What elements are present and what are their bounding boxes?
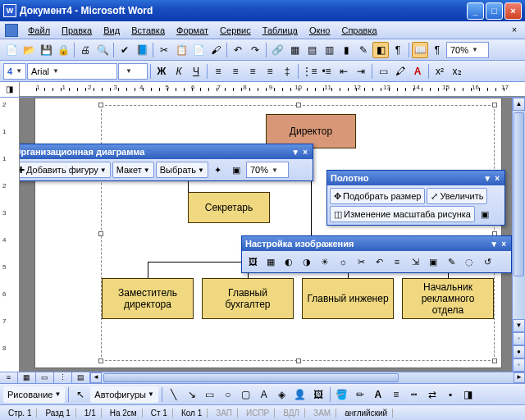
dashstyle-icon[interactable]: ┅ — [406, 386, 422, 403]
underline-button[interactable]: Ч — [188, 63, 204, 80]
crop-icon[interactable]: ✂ — [353, 253, 369, 270]
line-style-icon[interactable]: ≡ — [389, 253, 405, 270]
picture-toolbar[interactable]: Настройка изображения▼× 🖼 ▦ ◐ ◑ ☀ ☼ ✂ ↶ … — [241, 235, 512, 273]
canvas-toolbar[interactable]: Полотно▼× ✥Подобрать размер ⤢Увеличить ◫… — [326, 170, 505, 226]
org-box-secretary[interactable]: Секретарь — [188, 192, 270, 223]
superscript-icon[interactable]: x² — [431, 63, 448, 80]
menu-view[interactable]: Вид — [98, 24, 125, 37]
wordart-icon[interactable]: A — [256, 386, 272, 403]
autoformat-icon[interactable]: ✦ — [210, 162, 226, 178]
fontsize-dropdown[interactable]: ▼ — [118, 63, 148, 80]
layout-button[interactable]: Макет▼ — [112, 162, 154, 178]
redo-icon[interactable]: ↷ — [247, 42, 263, 58]
status-ovr[interactable]: ЗАМ — [308, 409, 336, 418]
outdent-icon[interactable]: ⇤ — [336, 63, 352, 80]
oval-tool-icon[interactable]: ○ — [220, 386, 236, 403]
copy-icon[interactable]: 📋 — [173, 42, 189, 58]
reset-pic-icon[interactable]: ↺ — [479, 253, 495, 270]
status-ext[interactable]: ВДЛ — [278, 409, 305, 418]
print-icon[interactable]: 🖨 — [77, 42, 94, 58]
subscript-icon[interactable]: x₂ — [449, 63, 465, 80]
org-box-deputy[interactable]: Заместитель директора — [102, 278, 194, 319]
rect-tool-icon[interactable]: ▭ — [202, 386, 218, 403]
less-bright-icon[interactable]: ☼ — [335, 253, 351, 270]
org-box-engineer[interactable]: Главный инженер — [302, 278, 394, 319]
maximize-button[interactable]: □ — [486, 2, 503, 20]
drawing-menu[interactable]: Рисование▼ — [3, 386, 65, 403]
horizontal-ruler[interactable]: 11234567891011121314151617 — [20, 82, 525, 97]
bold-button[interactable]: Ж — [153, 63, 170, 80]
columns-icon[interactable]: ▮ — [338, 42, 354, 58]
align-center-icon[interactable]: ≡ — [227, 63, 244, 80]
document-canvas[interactable]: Директор Секретарь Заместитель директора… — [20, 98, 525, 372]
format-painter-icon[interactable]: 🖌 — [208, 42, 224, 58]
insert-pic-icon[interactable]: 🖼 — [244, 253, 261, 270]
spell-icon[interactable]: ✔ — [116, 42, 133, 58]
excel-icon[interactable]: ▥ — [321, 42, 337, 58]
org-box-adhead[interactable]: Начальник рекламного отдела — [402, 278, 494, 319]
canvas-wrap-icon[interactable]: ▣ — [477, 206, 493, 222]
show-para-icon[interactable]: ¶ — [390, 42, 406, 58]
toolbar-options-icon[interactable]: ▼ — [290, 148, 301, 157]
insert-table-icon[interactable]: ▤ — [304, 42, 320, 58]
orgchart-toolbar[interactable]: Организационная диаграмма▼× ✚Добавить фи… — [20, 144, 313, 181]
border-icon[interactable]: ▭ — [375, 63, 391, 80]
new-icon[interactable]: 📄 — [3, 42, 20, 58]
reading-view-icon[interactable]: ▤ — [72, 372, 90, 383]
hyperlink-icon[interactable]: 🔗 — [269, 42, 285, 58]
more-contrast-icon[interactable]: ◐ — [281, 253, 297, 270]
more-bright-icon[interactable]: ☀ — [317, 253, 333, 270]
align-justify-icon[interactable]: ≡ — [262, 63, 278, 80]
horizontal-scrollbar[interactable]: ◄ ► — [90, 372, 525, 383]
research-icon[interactable]: 📘 — [134, 42, 150, 58]
status-rec[interactable]: ЗАП — [211, 409, 238, 418]
zoom-dropdown[interactable]: 70%▼ — [446, 42, 489, 58]
less-contrast-icon[interactable]: ◑ — [299, 253, 315, 270]
outline-view-icon[interactable]: ⋮ — [54, 372, 72, 383]
web-view-icon[interactable]: ▦ — [18, 372, 36, 383]
doc-icon[interactable] — [5, 24, 18, 37]
tables-borders-icon[interactable]: ▦ — [286, 42, 303, 58]
scroll-down-icon[interactable]: ▼ — [513, 319, 525, 332]
status-trk[interactable]: ИСПР — [241, 409, 275, 418]
save-icon[interactable]: 💾 — [38, 42, 54, 58]
align-left-icon[interactable]: ≡ — [210, 63, 226, 80]
arrowstyle-icon[interactable]: ⇄ — [424, 386, 441, 403]
italic-button[interactable]: К — [171, 63, 187, 80]
align-right-icon[interactable]: ≡ — [244, 63, 261, 80]
cut-icon[interactable]: ✂ — [156, 42, 172, 58]
menu-window[interactable]: Окно — [304, 24, 336, 37]
scroll-thumb[interactable] — [514, 112, 524, 276]
browse-object-icon[interactable]: ● — [513, 345, 525, 358]
toolbar-options-icon[interactable]: ▼ — [488, 240, 500, 249]
textwrap-icon[interactable]: ▣ — [228, 162, 244, 178]
doc-close-button[interactable]: × — [509, 25, 520, 36]
menu-insert[interactable]: Вставка — [126, 24, 170, 37]
fontcolor-icon[interactable]: A — [409, 63, 426, 80]
style-dropdown[interactable]: 4▼ — [3, 63, 26, 80]
status-lang[interactable]: английский — [340, 409, 393, 418]
minimize-button[interactable]: _ — [467, 2, 484, 20]
numbered-list-icon[interactable]: ⋮≡ — [301, 63, 317, 80]
paste-icon[interactable]: 📄 — [190, 42, 207, 58]
line-tool-icon[interactable]: ╲ — [166, 386, 182, 403]
menu-table[interactable]: Таблица — [258, 24, 303, 37]
textwrap-pic-icon[interactable]: ▣ — [425, 253, 441, 270]
drawing-icon[interactable]: ✎ — [355, 42, 372, 58]
toolbar-close-icon[interactable]: × — [500, 240, 508, 249]
permission-icon[interactable]: 🔒 — [55, 42, 71, 58]
pilcrow-icon[interactable]: ¶ — [429, 42, 445, 58]
3d-icon[interactable]: ◨ — [460, 386, 477, 403]
transparent-icon[interactable]: ◌ — [461, 253, 477, 270]
fillcolor-icon[interactable]: 🪣 — [334, 386, 350, 403]
menu-format[interactable]: Формат — [171, 24, 213, 37]
docmap-icon[interactable]: ◧ — [372, 42, 389, 58]
color-icon[interactable]: ▦ — [262, 253, 279, 270]
vertical-scrollbar[interactable]: ▲ ▼ ◦ ● ◦ — [512, 98, 525, 372]
font-dropdown[interactable]: Arial▼ — [27, 63, 117, 80]
autoshapes-menu[interactable]: Автофигуры▼ — [90, 386, 158, 403]
undo-icon[interactable]: ↶ — [230, 42, 246, 58]
picture-icon[interactable]: 🖼 — [310, 386, 326, 403]
fontcolor-draw-icon[interactable]: A — [370, 386, 386, 403]
expand-button[interactable]: ⤢Увеличить — [427, 188, 487, 204]
